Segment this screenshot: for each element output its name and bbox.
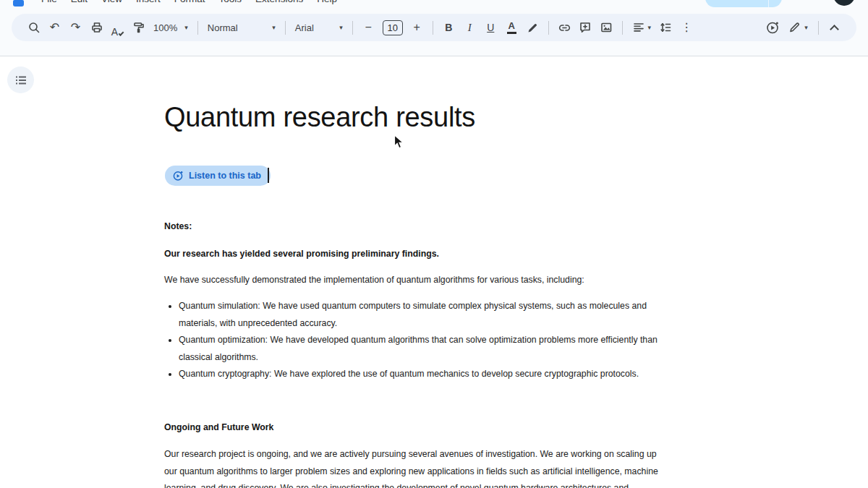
font-size-decrease-button[interactable]: − bbox=[359, 18, 378, 38]
search-button[interactable] bbox=[24, 18, 43, 38]
toolbar-divider bbox=[197, 21, 198, 35]
align-left-icon bbox=[632, 21, 645, 34]
listen-chip-label: Listen to this tab bbox=[189, 171, 261, 181]
list-item: Quantum simulation: We have used quantum… bbox=[179, 298, 658, 332]
insert-link-button[interactable] bbox=[555, 18, 574, 38]
line-spacing-button[interactable] bbox=[656, 18, 676, 38]
chevron-down-icon: ▾ bbox=[648, 25, 652, 31]
list-item: Quantum cryptography: We have explored t… bbox=[179, 366, 658, 383]
ongoing-paragraph: Our research project is ongoing, and we … bbox=[164, 446, 658, 488]
document-outline-button[interactable] bbox=[7, 67, 34, 93]
docs-logo[interactable] bbox=[13, 0, 24, 7]
text-color-icon: A bbox=[509, 21, 515, 30]
font-family-value: Arial bbox=[295, 22, 314, 33]
undo-button[interactable]: ↶ bbox=[45, 18, 64, 38]
pencil-icon bbox=[788, 21, 801, 34]
chevron-down-icon: ▾ bbox=[184, 25, 188, 31]
chevron-down-icon: ▾ bbox=[804, 25, 808, 31]
highlighter-icon bbox=[526, 21, 539, 34]
chevron-down-icon: ▾ bbox=[339, 25, 343, 31]
toolbar-divider bbox=[352, 21, 353, 35]
italic-button[interactable]: I bbox=[460, 18, 480, 38]
text-color-button[interactable]: A bbox=[502, 18, 522, 38]
menu-row: File Edit View Insert Format Tools Exten… bbox=[41, 0, 337, 4]
line-spacing-icon bbox=[659, 21, 672, 34]
toolbar-divider bbox=[433, 21, 433, 35]
spellcheck-icon: A bbox=[111, 26, 118, 38]
align-button[interactable]: ▾ bbox=[629, 18, 655, 38]
redo-button[interactable]: ↷ bbox=[66, 18, 85, 38]
hide-menus-button[interactable] bbox=[825, 18, 844, 38]
toolbar: ↶ ↷ A 100% ▾ Normal ▾ Arial ▾ − 10 + B bbox=[12, 14, 856, 41]
share-button[interactable] bbox=[705, 0, 782, 7]
bullet-list: Quantum simulation: We have used quantum… bbox=[165, 298, 658, 383]
list-item: Quantum optimization: We have developed … bbox=[179, 332, 658, 366]
menu-item-extensions[interactable]: Extensions bbox=[255, 0, 303, 4]
listen-icon bbox=[172, 170, 184, 181]
bold-button[interactable]: B bbox=[439, 18, 459, 38]
profile-avatar[interactable] bbox=[833, 0, 855, 6]
paint-roller-icon bbox=[132, 21, 145, 34]
listen-to-this-tab-chip[interactable]: Listen to this tab bbox=[165, 166, 271, 186]
intro-line: We have successfully demonstrated the im… bbox=[164, 272, 584, 289]
zoom-value: 100% bbox=[153, 22, 177, 33]
paragraph-style-value: Normal bbox=[208, 22, 238, 33]
menu-item-format[interactable]: Format bbox=[174, 0, 205, 4]
menu-item-tools[interactable]: Tools bbox=[219, 0, 242, 4]
font-size-input[interactable]: 10 bbox=[383, 20, 403, 35]
menu-item-insert[interactable]: Insert bbox=[136, 0, 161, 4]
underline-icon: U bbox=[487, 22, 494, 33]
menu-item-help[interactable]: Help bbox=[317, 0, 337, 4]
ongoing-heading: Ongoing and Future Work bbox=[164, 419, 273, 437]
text-cursor bbox=[268, 168, 269, 183]
more-vertical-icon: ⋮ bbox=[681, 22, 692, 33]
add-comment-button[interactable] bbox=[576, 18, 595, 38]
comment-icon bbox=[579, 21, 592, 34]
insert-image-button[interactable] bbox=[597, 18, 616, 38]
outline-icon bbox=[15, 75, 27, 85]
listen-to-tab-button[interactable] bbox=[762, 18, 782, 38]
toolbar-divider bbox=[622, 21, 623, 35]
notes-heading: Notes: bbox=[164, 218, 192, 236]
chevron-up-icon bbox=[830, 25, 839, 34]
paint-format-button[interactable] bbox=[129, 18, 148, 38]
menu-item-edit[interactable]: Edit bbox=[71, 0, 88, 4]
paragraph-style-select[interactable]: Normal ▾ bbox=[203, 18, 280, 38]
menu-item-view[interactable]: View bbox=[101, 0, 122, 4]
highlight-color-button[interactable] bbox=[523, 18, 542, 38]
listen-icon bbox=[765, 20, 780, 35]
toolbar-divider bbox=[818, 21, 819, 35]
menu-bar: File Edit View Insert Format Tools Exten… bbox=[0, 0, 868, 7]
mouse-cursor bbox=[393, 134, 404, 153]
toolbar-divider bbox=[548, 21, 549, 35]
print-icon bbox=[90, 21, 103, 34]
page-title: Quantum research results bbox=[164, 102, 475, 133]
menu-item-file[interactable]: File bbox=[41, 0, 57, 4]
zoom-select[interactable]: 100% ▾ bbox=[149, 18, 192, 38]
print-button[interactable] bbox=[87, 18, 106, 38]
chevron-down-icon: ▾ bbox=[272, 25, 276, 31]
link-icon bbox=[558, 21, 571, 35]
spellcheck-button[interactable]: A bbox=[108, 18, 127, 38]
plus-icon: + bbox=[414, 22, 420, 33]
minus-icon: − bbox=[365, 22, 372, 33]
toolbar-divider bbox=[285, 21, 286, 35]
findings-line: Our research has yielded several promisi… bbox=[164, 246, 439, 263]
more-options-button[interactable]: ⋮ bbox=[677, 18, 697, 38]
editing-mode-button[interactable]: ▾ bbox=[783, 18, 812, 38]
toolbar-zone: ↶ ↷ A 100% ▾ Normal ▾ Arial ▾ − 10 + B bbox=[0, 7, 868, 56]
underline-button[interactable]: U bbox=[481, 18, 501, 38]
font-family-select[interactable]: Arial ▾ bbox=[291, 18, 347, 38]
undo-icon: ↶ bbox=[50, 22, 59, 33]
font-size-value: 10 bbox=[388, 22, 398, 33]
search-icon bbox=[27, 21, 41, 34]
font-size-increase-button[interactable]: + bbox=[407, 18, 427, 38]
bold-icon: B bbox=[445, 22, 452, 33]
redo-icon: ↷ bbox=[71, 22, 80, 33]
image-icon bbox=[600, 21, 613, 34]
italic-icon: I bbox=[468, 22, 472, 34]
